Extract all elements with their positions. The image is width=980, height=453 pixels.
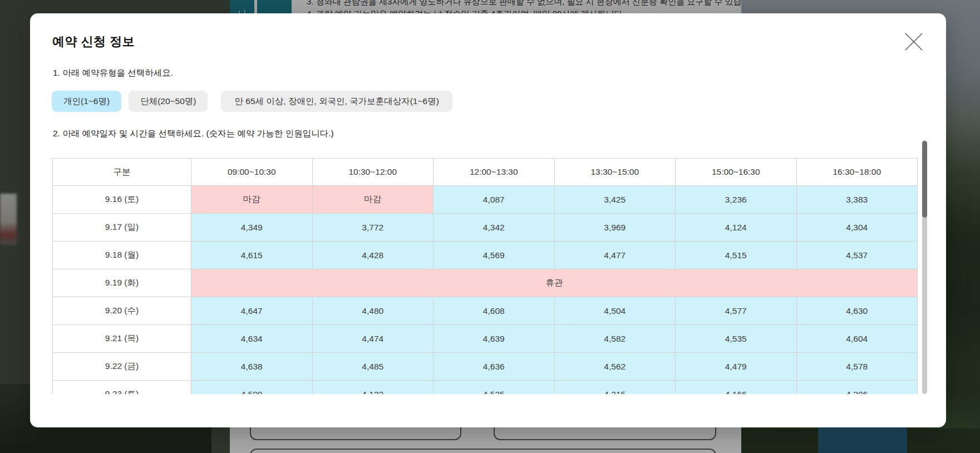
- available-slot-cell[interactable]: 4,582: [554, 325, 676, 353]
- table-row: 9.20 (수)4,6474,4804,6084,5044,5774,630: [53, 297, 918, 325]
- column-header: 16:30~18:00: [796, 159, 918, 186]
- available-slot-cell[interactable]: 4,615: [191, 242, 313, 269]
- available-slot-cell[interactable]: 4,577: [676, 297, 797, 325]
- available-slot-cell[interactable]: 3,383: [796, 186, 918, 214]
- type-button-2[interactable]: 만 65세 이상, 장애인, 외국인, 국가보훈대상자(1~6명): [221, 91, 452, 112]
- available-slot-cell[interactable]: 4,535: [676, 325, 797, 353]
- reservation-type-buttons: 개인(1~6명)단체(20~50명)만 65세 이상, 장애인, 외국인, 국가…: [52, 91, 452, 112]
- date-cell: 9.21 (목): [53, 325, 191, 353]
- available-slot-cell[interactable]: 4,504: [554, 297, 676, 325]
- available-slot-cell[interactable]: 4,578: [796, 353, 918, 381]
- table-row: 9.21 (목)4,6344,4744,6394,5824,5354,604: [53, 325, 918, 353]
- date-cell: 9.23 (토): [53, 381, 191, 395]
- available-slot-cell[interactable]: 4,638: [191, 353, 313, 381]
- step2-label: 2. 아래 예약일자 및 시간을 선택하세요. (숫자는 예약 가능한 인원입니…: [53, 128, 334, 140]
- date-cell: 9.17 (일): [53, 214, 191, 242]
- available-slot-cell[interactable]: 4,630: [796, 297, 918, 325]
- close-icon[interactable]: [904, 32, 924, 52]
- available-slot-cell[interactable]: 4,166: [676, 381, 797, 395]
- reservation-modal: 예약 신청 정보 1. 아래 예약유형을 선택하세요. 개인(1~6명)단체(2…: [30, 13, 946, 427]
- available-slot-cell[interactable]: 4,509: [191, 381, 313, 395]
- available-slot-cell[interactable]: 4,215: [554, 381, 676, 395]
- date-cell: 9.22 (금): [53, 353, 191, 381]
- available-slot-cell[interactable]: 4,087: [434, 186, 555, 214]
- column-header: 구분: [53, 159, 191, 186]
- step1-label: 1. 아래 예약유형을 선택하세요.: [53, 67, 173, 79]
- schedule-table-viewport: 구분09:00~10:3010:30~12:0012:00~13:3013:30…: [52, 141, 927, 394]
- available-slot-cell[interactable]: 4,122: [312, 381, 434, 395]
- holiday-cell: 휴관: [191, 269, 918, 297]
- type-button-0[interactable]: 개인(1~6명): [52, 91, 121, 112]
- scrollbar-track[interactable]: [922, 141, 927, 394]
- available-slot-cell[interactable]: 4,428: [312, 242, 434, 269]
- available-slot-cell[interactable]: 4,485: [312, 353, 434, 381]
- closed-slot-cell: 마감: [312, 186, 434, 214]
- available-slot-cell[interactable]: 4,634: [191, 325, 313, 353]
- table-row: 9.22 (금)4,6384,4854,6364,5624,4794,578: [53, 353, 918, 381]
- available-slot-cell[interactable]: 4,477: [554, 242, 676, 269]
- available-slot-cell[interactable]: 4,480: [312, 297, 434, 325]
- available-slot-cell[interactable]: 3,236: [676, 186, 797, 214]
- table-row: 9.16 (토)마감마감4,0873,4253,2363,383: [53, 186, 918, 214]
- table-row: 9.17 (일)4,3493,7724,3423,9694,1244,304: [53, 214, 918, 242]
- column-header: 12:00~13:30: [434, 159, 555, 186]
- closed-slot-cell: 마감: [191, 186, 313, 214]
- column-header: 09:00~10:30: [191, 159, 313, 186]
- date-cell: 9.16 (토): [53, 186, 191, 214]
- available-slot-cell[interactable]: 4,206: [796, 381, 918, 395]
- available-slot-cell[interactable]: 4,304: [796, 214, 918, 242]
- date-cell: 9.18 (월): [53, 242, 191, 269]
- available-slot-cell[interactable]: 3,425: [554, 186, 676, 214]
- available-slot-cell[interactable]: 4,515: [676, 242, 797, 269]
- column-header: 15:00~16:30: [676, 159, 797, 186]
- available-slot-cell[interactable]: 3,969: [554, 214, 676, 242]
- column-header: 13:30~15:00: [554, 159, 676, 186]
- availability-table: 구분09:00~10:3010:30~12:0012:00~13:3013:30…: [52, 158, 918, 394]
- available-slot-cell[interactable]: 4,537: [796, 242, 918, 269]
- available-slot-cell[interactable]: 4,124: [676, 214, 797, 242]
- available-slot-cell[interactable]: 4,342: [434, 214, 555, 242]
- table-row: 9.19 (화)휴관: [53, 269, 918, 297]
- available-slot-cell[interactable]: 3,772: [312, 214, 434, 242]
- table-header-row: 구분09:00~10:3010:30~12:0012:00~13:3013:30…: [53, 159, 918, 186]
- available-slot-cell[interactable]: 4,647: [191, 297, 313, 325]
- date-cell: 9.19 (화): [53, 269, 191, 297]
- available-slot-cell[interactable]: 4,562: [554, 353, 676, 381]
- scrollbar-thumb[interactable]: [922, 141, 927, 218]
- date-cell: 9.20 (수): [53, 297, 191, 325]
- available-slot-cell[interactable]: 4,604: [796, 325, 918, 353]
- available-slot-cell[interactable]: 4,479: [676, 353, 797, 381]
- available-slot-cell[interactable]: 4,569: [434, 242, 555, 269]
- available-slot-cell[interactable]: 4,608: [434, 297, 555, 325]
- available-slot-cell[interactable]: 4,525: [434, 381, 555, 395]
- type-button-1[interactable]: 단체(20~50명): [129, 91, 208, 112]
- table-row: 9.23 (토)4,5094,1224,5254,2154,1664,206: [53, 381, 918, 395]
- available-slot-cell[interactable]: 4,636: [434, 353, 555, 381]
- available-slot-cell[interactable]: 4,474: [312, 325, 434, 353]
- available-slot-cell[interactable]: 4,639: [434, 325, 555, 353]
- column-header: 10:30~12:00: [312, 159, 434, 186]
- modal-title: 예약 신청 정보: [52, 33, 135, 50]
- available-slot-cell[interactable]: 4,349: [191, 214, 313, 242]
- table-row: 9.18 (월)4,6154,4284,5694,4774,5154,537: [53, 242, 918, 269]
